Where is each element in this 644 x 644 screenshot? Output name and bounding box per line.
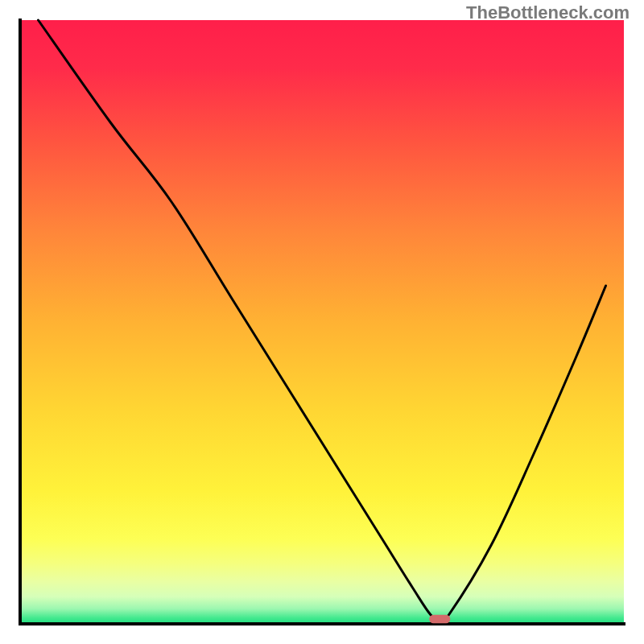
watermark-text: TheBottleneck.com xyxy=(466,2,630,23)
chart-container: TheBottleneck.com xyxy=(0,0,644,644)
bottleneck-chart xyxy=(0,0,644,644)
plot-area-gradient xyxy=(20,20,624,624)
optimal-point-marker xyxy=(429,615,450,624)
